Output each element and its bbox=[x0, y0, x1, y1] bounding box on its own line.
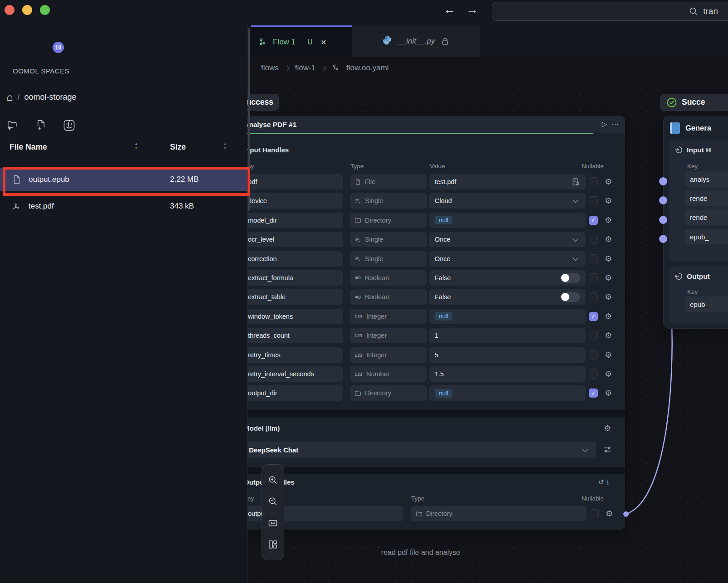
value-select[interactable]: Cloud bbox=[429, 193, 586, 209]
nullable-checkbox[interactable] bbox=[589, 235, 598, 244]
row-settings-gear-icon[interactable]: ⚙ bbox=[604, 255, 613, 263]
fit-view-button[interactable] bbox=[267, 517, 279, 529]
row-settings-gear-icon[interactable]: ⚙ bbox=[604, 351, 613, 359]
scrollbar-thumb[interactable] bbox=[248, 28, 250, 211]
nullable-checkbox[interactable]: ✓ bbox=[589, 312, 598, 321]
nullable-checkbox[interactable] bbox=[590, 509, 599, 518]
type-cell[interactable]: Boolean bbox=[350, 270, 427, 286]
zoom-in-button[interactable] bbox=[267, 474, 279, 486]
toggle-switch[interactable] bbox=[560, 273, 580, 283]
key-input[interactable]: window_tokens bbox=[248, 309, 343, 324]
row-settings-gear-icon[interactable]: ⚙ bbox=[604, 178, 613, 186]
key-field[interactable]: rende bbox=[684, 210, 728, 225]
key-input[interactable]: model_dir bbox=[248, 213, 343, 228]
column-size[interactable]: Size bbox=[170, 142, 186, 152]
command-center-search-input[interactable]: tran bbox=[492, 2, 728, 21]
nullable-checkbox[interactable] bbox=[589, 196, 598, 205]
key-field[interactable]: epub_ bbox=[684, 296, 728, 312]
value-select[interactable]: Once bbox=[429, 251, 586, 267]
history-control[interactable]: ↺ 1 bbox=[598, 478, 610, 486]
type-cell[interactable]: Directory bbox=[350, 385, 427, 401]
file-browse-icon[interactable] bbox=[572, 178, 580, 186]
node-more-menu-icon[interactable]: ⋯ bbox=[612, 120, 619, 129]
zoom-out-button[interactable] bbox=[267, 496, 279, 507]
model-select[interactable]: DeepSeek Chat bbox=[248, 442, 596, 458]
path-current-folder[interactable]: oomol-storage bbox=[24, 92, 77, 102]
minimize-window-button[interactable] bbox=[22, 5, 32, 15]
type-cell[interactable]: Single bbox=[350, 193, 427, 209]
tab-flow-1[interactable]: Flow 1 U × bbox=[251, 25, 352, 57]
breadcrumb-flows[interactable]: flows bbox=[261, 63, 279, 73]
key-input[interactable]: threads_count bbox=[248, 328, 343, 343]
row-settings-gear-icon[interactable]: ⚙ bbox=[604, 216, 613, 224]
zoom-window-button[interactable] bbox=[40, 5, 50, 15]
nullable-checkbox[interactable] bbox=[589, 292, 598, 301]
type-cell[interactable]: Directory bbox=[411, 506, 587, 521]
row-settings-gear-icon[interactable]: ⚙ bbox=[604, 293, 613, 301]
file-row[interactable]: test.pdf343 kB bbox=[0, 194, 247, 218]
file-row[interactable]: output.epub2.22 MB bbox=[0, 168, 247, 191]
row-settings-gear-icon[interactable]: ⚙ bbox=[604, 274, 613, 282]
row-settings-gear-icon[interactable]: ⚙ bbox=[604, 197, 613, 205]
breadcrumb-flow-1[interactable]: flow-1 bbox=[295, 63, 315, 73]
input-connection-handle[interactable] bbox=[659, 196, 667, 204]
nullable-checkbox[interactable] bbox=[589, 273, 598, 282]
model-settings-gear-icon[interactable]: ⚙ bbox=[603, 424, 612, 432]
type-cell[interactable]: 123Integer bbox=[350, 309, 427, 324]
row-settings-gear-icon[interactable]: ⚙ bbox=[604, 312, 613, 321]
row-settings-gear-icon[interactable]: ⚙ bbox=[604, 235, 613, 243]
key-field[interactable]: analys bbox=[684, 171, 728, 187]
type-cell[interactable]: Boolean bbox=[350, 289, 427, 305]
input-connection-handle[interactable] bbox=[659, 235, 667, 243]
navigate-back-button[interactable]: ← bbox=[443, 3, 456, 17]
key-input[interactable]: output_dir bbox=[248, 385, 343, 401]
nullable-checkbox[interactable] bbox=[589, 331, 598, 340]
nullable-checkbox[interactable]: ✓ bbox=[589, 216, 598, 225]
type-cell[interactable]: Single bbox=[350, 251, 427, 267]
nullable-checkbox[interactable] bbox=[589, 369, 598, 379]
value-input[interactable]: null bbox=[429, 385, 586, 401]
close-window-button[interactable] bbox=[5, 5, 15, 15]
value-input[interactable]: null bbox=[429, 213, 586, 228]
row-settings-gear-icon[interactable]: ⚙ bbox=[604, 370, 613, 378]
nullable-checkbox[interactable] bbox=[589, 254, 598, 263]
node-generate[interactable]: Genera Input H Key analysrenderendeepub_ bbox=[663, 116, 728, 329]
value-input[interactable]: 1 bbox=[429, 328, 586, 343]
row-settings-gear-icon[interactable]: ⚙ bbox=[605, 510, 614, 518]
value-input[interactable]: 1.5 bbox=[429, 366, 586, 382]
input-connection-handle[interactable] bbox=[659, 177, 667, 185]
value-toggle-field[interactable]: False bbox=[429, 289, 586, 305]
sort-by-size-control[interactable]: ▲▼ bbox=[223, 142, 227, 151]
run-node-button[interactable]: ▷ bbox=[602, 120, 607, 128]
output-connection-handle[interactable] bbox=[623, 511, 629, 517]
key-input[interactable]: correction bbox=[248, 251, 343, 267]
key-input[interactable]: extract_formula bbox=[248, 270, 343, 286]
auto-layout-button[interactable] bbox=[267, 539, 279, 550]
type-cell[interactable]: 123Integer bbox=[350, 328, 427, 343]
nullable-checkbox[interactable] bbox=[589, 350, 598, 360]
column-file-name[interactable]: File Name bbox=[10, 142, 47, 152]
key-input[interactable]: retry_times bbox=[248, 347, 343, 363]
key-input[interactable]: ocr_level bbox=[248, 232, 343, 247]
reveal-in-finder-button[interactable] bbox=[63, 119, 75, 131]
home-icon[interactable]: ⌂ bbox=[6, 92, 13, 102]
node-header[interactable]: Genera bbox=[664, 116, 728, 140]
nullable-checkbox[interactable] bbox=[589, 177, 598, 186]
close-tab-icon[interactable]: × bbox=[321, 37, 326, 48]
model-tune-sliders-icon[interactable] bbox=[603, 445, 612, 454]
key-input[interactable]: pdf bbox=[248, 174, 343, 189]
new-file-button[interactable] bbox=[34, 119, 47, 131]
value-file-input[interactable]: test.pdf bbox=[429, 174, 586, 189]
type-cell[interactable]: 123Integer bbox=[350, 347, 427, 363]
type-cell[interactable]: Single bbox=[350, 232, 427, 247]
value-input[interactable]: null bbox=[429, 309, 586, 324]
value-input[interactable]: 5 bbox=[429, 347, 586, 363]
input-connection-handle[interactable] bbox=[659, 216, 667, 224]
key-field[interactable]: epub_ bbox=[684, 229, 728, 244]
nullable-checkbox[interactable]: ✓ bbox=[589, 389, 598, 398]
tab-init-py[interactable]: __init__.py bbox=[352, 25, 480, 57]
toggle-switch[interactable] bbox=[560, 292, 580, 302]
key-input[interactable]: device bbox=[248, 193, 343, 209]
row-settings-gear-icon[interactable]: ⚙ bbox=[604, 331, 613, 340]
navigate-forward-button[interactable]: → bbox=[466, 3, 478, 17]
